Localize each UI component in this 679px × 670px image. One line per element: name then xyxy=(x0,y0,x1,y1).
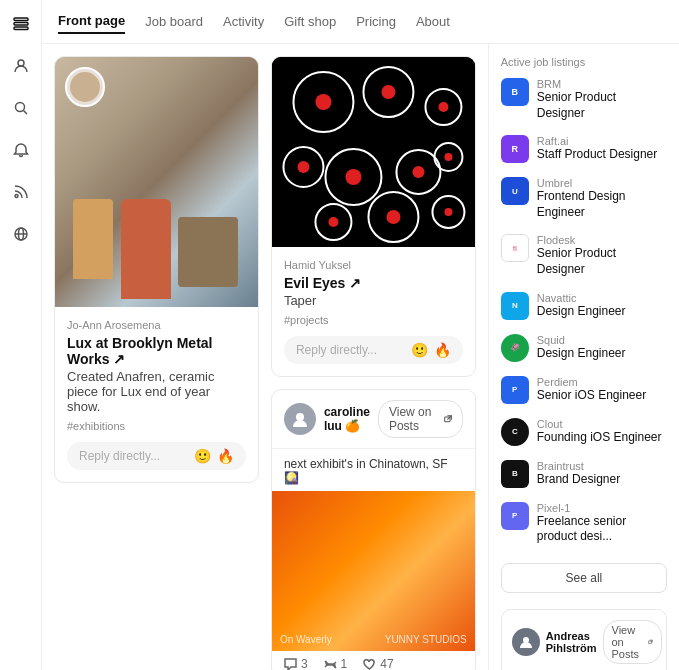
clout-company: Clout xyxy=(537,418,667,430)
see-all-button[interactable]: See all xyxy=(501,563,667,593)
content-area: Jo-Ann Arosemena Lux at Brooklyn Metal W… xyxy=(42,44,679,670)
raft-job-title: Staff Product Designer xyxy=(537,147,667,163)
job-listing-raft[interactable]: R Raft.ai Staff Product Designer xyxy=(501,135,667,163)
job-listing-flodesk[interactable]: fl Flodesk Senior Product Designer xyxy=(501,234,667,277)
hamid-author: Hamid Yuksel xyxy=(284,259,463,271)
job-listing-clout[interactable]: C Clout Founding iOS Engineer xyxy=(501,418,667,446)
nav-gift-shop[interactable]: Gift shop xyxy=(284,10,336,33)
sidebar-post-header: Andreas Pihlström View on Posts xyxy=(502,610,666,670)
navattic-company: Navattic xyxy=(537,292,667,304)
hamid-reply-box[interactable]: Reply directly... 🙂 🔥 xyxy=(284,336,463,364)
joann-author: Jo-Ann Arosemena xyxy=(67,319,246,331)
comment-count: 3 xyxy=(301,657,308,670)
nav-activity[interactable]: Activity xyxy=(223,10,264,33)
caroline-user-info: caroline luu 🍊 xyxy=(324,405,370,433)
squid-logo: 🦑 xyxy=(501,334,529,362)
joann-image xyxy=(55,57,258,307)
svg-point-16 xyxy=(297,161,309,173)
svg-point-12 xyxy=(381,85,395,99)
right-sidebar: Active job listings B BRM Senior Product… xyxy=(488,44,679,670)
left-sidebar xyxy=(0,0,42,670)
sidebar-post-card: Andreas Pihlström View on Posts Just wra… xyxy=(501,609,667,670)
squid-company: Squid xyxy=(537,334,667,346)
navattic-job-title: Design Engineer xyxy=(537,304,667,320)
nav-about[interactable]: About xyxy=(416,10,450,33)
svg-rect-1 xyxy=(14,23,28,26)
hamid-content: Hamid Yuksel Evil Eyes ↗ Taper #projects… xyxy=(272,247,475,376)
emoji-icon-2[interactable]: 🙂 xyxy=(411,342,428,358)
umbrel-logo: U xyxy=(501,177,529,205)
nav-job-board[interactable]: Job board xyxy=(145,10,203,33)
umbrel-company: Umbrel xyxy=(537,177,667,189)
nav-front-page[interactable]: Front page xyxy=(58,9,125,34)
flodesk-job-info: Flodesk Senior Product Designer xyxy=(537,234,667,277)
job-listing-umbrel[interactable]: U Umbrel Frontend Design Engineer xyxy=(501,177,667,220)
nav-pricing[interactable]: Pricing xyxy=(356,10,396,33)
job-listing-braintrust[interactable]: B Braintrust Brand Designer xyxy=(501,460,667,488)
list-icon[interactable] xyxy=(9,12,33,36)
emoji-icon[interactable]: 🙂 xyxy=(194,448,211,464)
job-listing-navattic[interactable]: N Navattic Design Engineer xyxy=(501,292,667,320)
braintrust-job-title: Brand Designer xyxy=(537,472,667,488)
svg-line-31 xyxy=(447,416,451,420)
view-on-posts-button[interactable]: View on Posts xyxy=(378,400,463,438)
job-listing-squid[interactable]: 🦑 Squid Design Engineer xyxy=(501,334,667,362)
raft-logo: R xyxy=(501,135,529,163)
raft-job-info: Raft.ai Staff Product Designer xyxy=(537,135,667,163)
squid-job-info: Squid Design Engineer xyxy=(537,334,667,362)
navattic-job-info: Navattic Design Engineer xyxy=(537,292,667,320)
svg-line-34 xyxy=(650,640,652,642)
post-card-hamid: Hamid Yuksel Evil Eyes ↗ Taper #projects… xyxy=(271,56,476,377)
braintrust-logo: B xyxy=(501,460,529,488)
globe-icon[interactable] xyxy=(9,222,33,246)
braintrust-company: Braintrust xyxy=(537,460,667,472)
fire-icon[interactable]: 🔥 xyxy=(217,448,234,464)
svg-rect-2 xyxy=(14,27,28,30)
comment-action[interactable]: 3 xyxy=(284,657,308,670)
pixel1-logo: P xyxy=(501,502,529,530)
view-on-posts-label: View on Posts xyxy=(389,405,440,433)
perdiem-job-info: Perdiem Senior iOS Engineer xyxy=(537,376,667,404)
repost-action[interactable]: 1 xyxy=(324,657,348,670)
svg-point-28 xyxy=(444,208,452,216)
perdiem-logo: P xyxy=(501,376,529,404)
andreas-user-info: Andreas Pihlström xyxy=(546,630,597,654)
post-card-joann: Jo-Ann Arosemena Lux at Brooklyn Metal W… xyxy=(54,56,259,483)
fire-icon-2[interactable]: 🔥 xyxy=(434,342,451,358)
notification-icon[interactable] xyxy=(9,138,33,162)
caroline-username: caroline luu 🍊 xyxy=(324,405,370,433)
navigation: Front page Job board Activity Gift shop … xyxy=(42,0,679,44)
joann-reply-box[interactable]: Reply directly... 🙂 🔥 xyxy=(67,442,246,470)
caroline-avatar xyxy=(284,403,316,435)
person-icon[interactable] xyxy=(9,54,33,78)
joann-description: Created Anafren, ceramic piece for Lux e… xyxy=(67,369,246,414)
brm-company: BRM xyxy=(537,78,667,90)
svg-point-4 xyxy=(15,103,24,112)
flodesk-logo: fl xyxy=(501,234,529,262)
svg-point-20 xyxy=(412,166,424,178)
sidebar-view-on-posts-button[interactable]: View on Posts xyxy=(603,620,663,664)
navattic-logo: N xyxy=(501,292,529,320)
andreas-avatar xyxy=(512,628,540,656)
perdiem-company: Perdiem xyxy=(537,376,667,388)
brm-job-title: Senior Product Designer xyxy=(537,90,667,121)
flodesk-company: Flodesk xyxy=(537,234,667,246)
rss-icon[interactable] xyxy=(9,180,33,204)
raft-company: Raft.ai xyxy=(537,135,667,147)
flodesk-job-title: Senior Product Designer xyxy=(537,246,667,277)
like-action[interactable]: 47 xyxy=(363,657,393,670)
svg-line-5 xyxy=(23,111,27,115)
svg-point-14 xyxy=(438,102,448,112)
caroline-text: next exhibit's in Chinatown, SF 🎑 xyxy=(272,449,475,491)
hamid-tags: #projects xyxy=(284,314,463,326)
caroline-orange-image: On Waverly YUNNY STUDIOS xyxy=(272,491,475,651)
search-icon[interactable] xyxy=(9,96,33,120)
job-listing-brm[interactable]: B BRM Senior Product Designer xyxy=(501,78,667,121)
main-content: Front page Job board Activity Gift shop … xyxy=(42,0,679,670)
joann-title: Lux at Brooklyn Metal Works ↗ xyxy=(67,335,246,367)
active-job-listings-title: Active job listings xyxy=(501,56,667,68)
job-listing-pixel1[interactable]: P Pixel-1 Freelance senior product desi.… xyxy=(501,502,667,545)
job-listing-perdiem[interactable]: P Perdiem Senior iOS Engineer xyxy=(501,376,667,404)
brm-job-info: BRM Senior Product Designer xyxy=(537,78,667,121)
pixel1-job-info: Pixel-1 Freelance senior product desi... xyxy=(537,502,667,545)
